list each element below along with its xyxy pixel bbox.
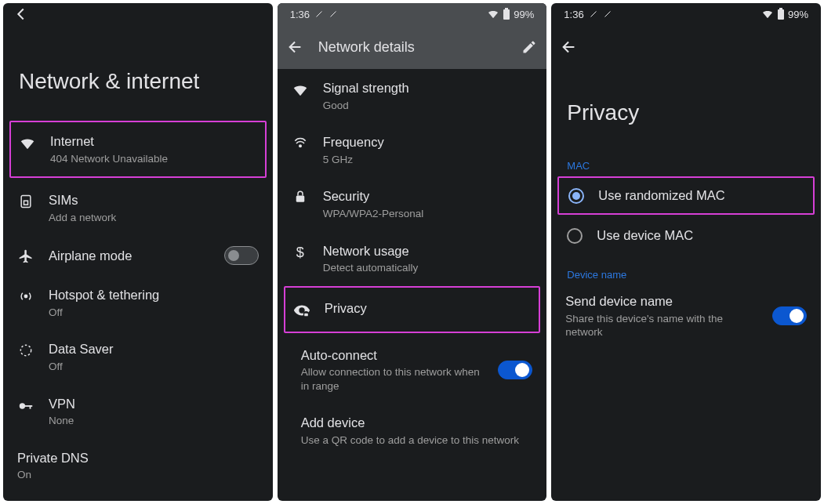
wifi-icon [292, 82, 309, 99]
svg-rect-0 [21, 196, 31, 208]
dollar-icon: $ [292, 245, 309, 261]
wifi-icon [19, 135, 36, 152]
battery-pct: 99% [514, 9, 534, 20]
item-vpn[interactable]: VPN None [3, 385, 273, 439]
svg-point-2 [24, 296, 27, 298]
svg-rect-10 [296, 196, 304, 202]
svg-rect-8 [505, 8, 508, 9]
svg-rect-6 [30, 405, 31, 409]
svg-rect-13 [778, 9, 784, 20]
edit-icon[interactable] [521, 39, 537, 55]
battery-icon [503, 8, 510, 20]
item-privacy[interactable]: Privacy [284, 286, 541, 333]
radio-device-mac[interactable]: Use device MAC [551, 218, 821, 253]
send-name-toggle[interactable] [772, 306, 807, 325]
settings-list: Internet 404 Network Unavailable SIMs Ad… [3, 121, 273, 501]
radio-randomized-mac[interactable]: Use randomized MAC [557, 176, 815, 215]
status-bar: 1:36 99% [278, 3, 547, 25]
airplane-toggle[interactable] [224, 246, 259, 265]
section-mac: MAC [551, 152, 821, 176]
svg-rect-5 [24, 405, 32, 407]
back-icon[interactable] [561, 38, 578, 56]
svg-rect-7 [503, 9, 510, 20]
appbar [3, 3, 273, 25]
datasaver-icon [17, 343, 34, 358]
status-time: 1:36 [564, 9, 583, 20]
back-icon[interactable] [13, 5, 30, 23]
panel-privacy: 1:36 99% Privacy MAC Use randomized MAC … [551, 3, 821, 501]
item-frequency[interactable]: Frequency5 GHz [278, 123, 547, 177]
frequency-icon [292, 136, 309, 151]
page-title: Privacy [551, 69, 821, 152]
wifi-status-icon [761, 8, 774, 20]
svg-rect-1 [24, 201, 28, 205]
battery-pct: 99% [788, 9, 808, 20]
autoconnect-toggle[interactable] [498, 361, 532, 379]
appbar: Network details [278, 25, 547, 69]
item-autoconnect[interactable]: Auto-connectAllow connection to this net… [278, 336, 547, 404]
vpn-key-icon [17, 397, 34, 415]
details-list: Signal strengthGood Frequency5 GHz Secur… [278, 69, 547, 466]
radio-unchecked-icon [567, 228, 583, 244]
airplane-icon [17, 248, 34, 264]
lock-icon [292, 190, 309, 204]
svg-rect-12 [304, 313, 308, 316]
item-hotspot[interactable]: Hotspot & tethering Off [3, 276, 273, 330]
item-private-dns[interactable]: Private DNS On [3, 439, 273, 493]
page-title: Network & internet [3, 25, 273, 121]
panel-network-internet: Network & internet Internet 404 Network … [3, 3, 273, 501]
panel-network-details: 1:36 99% Network details Signal strength… [278, 3, 547, 501]
appbar [551, 25, 821, 69]
svg-point-4 [20, 403, 25, 408]
item-security[interactable]: SecurityWPA/WPA2-Personal [278, 177, 547, 231]
item-signal[interactable]: Signal strengthGood [278, 69, 547, 123]
wifi-status-icon [487, 8, 499, 20]
item-internet[interactable]: Internet 404 Network Unavailable [9, 121, 267, 178]
item-title: Internet [50, 133, 251, 150]
status-time: 1:36 [290, 9, 310, 20]
appbar-title: Network details [318, 39, 508, 56]
radio-checked-icon [568, 188, 584, 204]
item-send-device-name[interactable]: Send device name Share this device's nam… [551, 285, 821, 347]
hotspot-icon [17, 288, 34, 304]
item-usage[interactable]: $ Network usageDetect automatically [278, 232, 547, 286]
battery-icon [777, 8, 785, 20]
status-bar: 1:36 99% [551, 3, 821, 25]
item-airplane[interactable]: Airplane mode [3, 235, 273, 276]
svg-rect-14 [779, 8, 782, 9]
section-device-name: Device name [551, 261, 821, 285]
sim-icon [17, 194, 34, 209]
item-sub: 404 Network Unavailable [50, 152, 251, 166]
item-add-device[interactable]: Add deviceUse a QR code to add a device … [278, 404, 547, 458]
item-sims[interactable]: SIMs Add a network [3, 181, 273, 235]
svg-point-3 [20, 346, 31, 356]
item-datasaver[interactable]: Data Saver Off [3, 330, 273, 384]
back-icon[interactable] [287, 38, 304, 56]
svg-point-9 [299, 145, 301, 147]
privacy-eye-icon [293, 302, 310, 319]
